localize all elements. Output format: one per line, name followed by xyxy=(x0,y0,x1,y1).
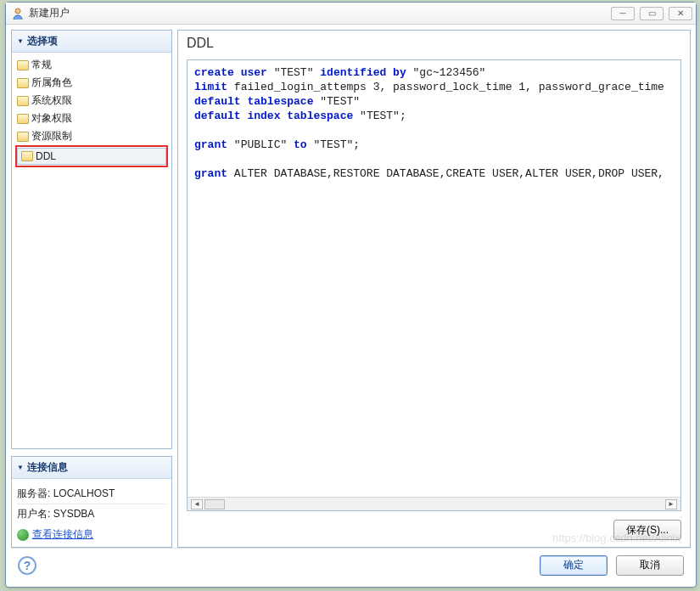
collapse-icon[interactable]: ▼ xyxy=(17,37,24,45)
maximize-button[interactable]: ▭ xyxy=(640,7,664,20)
code-container: create user "TEST" identified by "gc~123… xyxy=(187,59,681,511)
options-tree: 常规 所属角色 系统权限 对象权限 资源限制 DDL xyxy=(12,53,171,171)
dialog-window: 新建用户 ─ ▭ ✕ ▼ 选择项 常规 所属角色 系统权限 对象权限 xyxy=(5,2,697,588)
dialog-footer: ? 确定 取消 xyxy=(11,548,691,582)
horizontal-scrollbar[interactable]: ◄ ► xyxy=(188,497,680,510)
highlight-annotation: DDL xyxy=(15,145,168,167)
tree-item-ddl[interactable]: DDL xyxy=(17,148,166,165)
folder-icon xyxy=(17,78,29,88)
window-buttons: ─ ▭ ✕ xyxy=(611,7,692,20)
folder-icon xyxy=(17,114,29,124)
folder-icon xyxy=(17,96,29,106)
left-column: ▼ 选择项 常规 所属角色 系统权限 对象权限 资源限制 DDL xyxy=(11,30,172,548)
view-connection-link[interactable]: 查看连接信息 xyxy=(17,527,166,542)
scroll-thumb[interactable] xyxy=(204,499,225,509)
titlebar: 新建用户 ─ ▭ ✕ xyxy=(6,3,696,25)
right-column: DDL create user "TEST" identified by "gc… xyxy=(177,30,691,548)
save-row: 保存(S)... xyxy=(178,515,690,547)
minimize-button[interactable]: ─ xyxy=(611,7,635,20)
user-icon xyxy=(11,7,25,20)
tree-item-objprivs[interactable]: 对象权限 xyxy=(14,110,170,127)
options-header: ▼ 选择项 xyxy=(12,31,171,53)
tree-item-sysprivs[interactable]: 系统权限 xyxy=(14,92,170,110)
connection-body: 服务器: LOCALHOST 用户名: SYSDBA 查看连接信息 xyxy=(12,479,171,547)
ddl-panel: DDL create user "TEST" identified by "gc… xyxy=(177,30,691,548)
ddl-heading: DDL xyxy=(178,31,690,59)
folder-icon xyxy=(17,60,29,70)
ok-button[interactable]: 确定 xyxy=(540,555,608,576)
globe-icon xyxy=(17,529,29,541)
connection-header: ▼ 连接信息 xyxy=(12,457,171,479)
options-title: 选择项 xyxy=(27,34,58,48)
close-button[interactable]: ✕ xyxy=(669,7,692,20)
folder-icon xyxy=(21,151,33,161)
cancel-button[interactable]: 取消 xyxy=(616,555,684,576)
save-button[interactable]: 保存(S)... xyxy=(613,520,681,540)
user-label: 用户名: SYSDBA xyxy=(17,504,166,524)
tree-item-resources[interactable]: 资源限制 xyxy=(14,127,170,145)
svg-point-0 xyxy=(15,8,20,14)
options-panel: ▼ 选择项 常规 所属角色 系统权限 对象权限 资源限制 DDL xyxy=(11,30,172,449)
connection-title: 连接信息 xyxy=(27,460,68,475)
collapse-icon[interactable]: ▼ xyxy=(17,464,24,471)
ddl-code-area[interactable]: create user "TEST" identified by "gc~123… xyxy=(188,60,680,497)
help-icon[interactable]: ? xyxy=(18,556,36,575)
tree-item-general[interactable]: 常规 xyxy=(14,56,170,74)
scroll-left-icon[interactable]: ◄ xyxy=(191,499,203,509)
connection-panel: ▼ 连接信息 服务器: LOCALHOST 用户名: SYSDBA 查看连接信息 xyxy=(11,456,172,548)
tree-item-roles[interactable]: 所属角色 xyxy=(14,74,170,92)
main-row: ▼ 选择项 常规 所属角色 系统权限 对象权限 资源限制 DDL xyxy=(11,30,691,548)
window-title: 新建用户 xyxy=(29,6,611,20)
dialog-body: ▼ 选择项 常规 所属角色 系统权限 对象权限 资源限制 DDL xyxy=(6,25,696,587)
scroll-right-icon[interactable]: ► xyxy=(665,499,677,509)
folder-icon xyxy=(17,132,29,142)
server-label: 服务器: LOCALHOST xyxy=(17,484,166,504)
